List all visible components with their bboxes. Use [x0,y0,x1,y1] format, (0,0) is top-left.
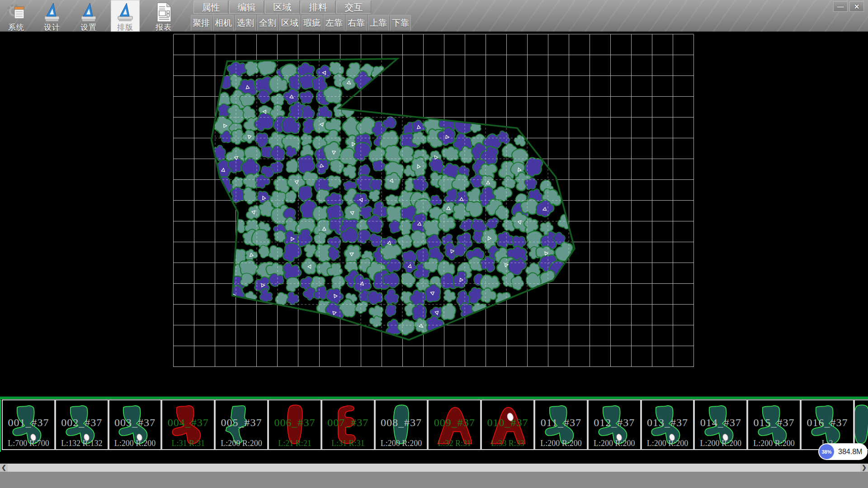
piece-label: 011_#37 [535,417,587,429]
application-window: 系统设计设置排版报表 属性编辑区域排料交互 聚排相机选割全割区域瑕疵左靠右靠上靠… [0,0,868,488]
mode-button-3[interactable]: 设置 [74,0,103,32]
window-bottom-bar [0,472,868,488]
scroll-left-arrow[interactable]: ❮ [0,464,8,472]
piece-shape [854,401,868,448]
report-doc-icon [149,1,178,23]
piece-lr-count: L:200 R:200 [109,439,161,448]
action-button-9[interactable]: 上靠 [368,15,389,31]
piece-lr-count: L:132 R:132 [56,439,108,448]
piece-label: 012_#37 [589,417,640,429]
piece-label: 014_#37 [695,417,746,429]
nesting-canvas-svg [0,32,868,397]
layout-ruler-icon [111,1,140,23]
piece-lr-count: L:200 R:200 [642,439,693,448]
system-gear-icon [2,1,31,23]
mode-button-label: 设计 [38,22,66,33]
piece-thumbnail-12[interactable]: 012_#37L:200 R:200 [588,399,641,450]
settings-ruler-icon [74,1,103,23]
mode-button-4[interactable]: 排版 [111,0,140,32]
menu-tab-2[interactable]: 编辑 [229,0,264,14]
action-button-1[interactable]: 聚排 [191,15,212,31]
action-button-5[interactable]: 区域 [279,15,300,31]
piece-thumbnail-1[interactable]: 001_#37L:700 R:700 [2,399,55,450]
piece-lr-count: L:200 R:200 [376,439,427,448]
piece-thumbnail-13[interactable]: 013_#37L:200 R:200 [641,399,694,450]
piece-label: 009_#37 [429,417,480,429]
horizontal-scrollbar[interactable]: ❮ ❯ [0,464,868,472]
menu-tab-4[interactable]: 排料 [301,0,335,14]
piece-thumbnail-17[interactable] [854,399,868,450]
mode-button-1[interactable]: 系统 [2,0,31,32]
piece-lr-count: L:200 R:200 [589,439,640,448]
piece-lr-count: L:700 R:700 [3,439,54,448]
action-button-8[interactable]: 右靠 [346,15,367,31]
piece-label: 008_#37 [376,417,427,429]
piece-thumbnail-4[interactable]: 004_#37L:31 R:31 [161,399,215,450]
action-button-4[interactable]: 全割 [257,15,278,31]
piece-label: 013_#37 [642,417,693,429]
piece-lr-count: L:31 R:31 [322,439,374,448]
strip-divider-line-2 [0,398,868,399]
piece-label: 006_#37 [269,417,321,429]
piece-thumbnail-6[interactable]: 006_#37L:21 R:21 [268,399,321,450]
design-ruler-icon [38,1,66,23]
piece-label: 015_#37 [748,417,800,429]
mode-button-label: 排版 [111,22,140,33]
piece-label: 016_#37 [802,417,853,429]
mode-button-label: 系统 [2,22,31,33]
piece-lr-count: L:21 R:21 [269,439,321,448]
piece-thumbnail-15[interactable]: 015_#37L:200 R:200 [747,399,801,450]
piece-label: 004_#37 [162,417,214,429]
mode-button-5[interactable]: 报表 [149,0,178,32]
action-button-3[interactable]: 选割 [235,15,256,31]
mode-button-label: 报表 [149,22,178,33]
piece-lr-count: L:32 R:31 [429,439,480,448]
piece-thumbnail-11[interactable]: 011_#37L:200 R:200 [534,399,588,450]
close-button[interactable]: ✕ [849,1,864,12]
menu-tab-3[interactable]: 区域 [265,0,300,14]
mode-button-label: 设置 [74,22,103,33]
piece-lr-count: L:200 R:200 [535,439,587,448]
piece-thumbnail-3[interactable]: 003_#37L:200 R:200 [108,399,162,450]
piece-thumbnail-14[interactable]: 014_#37L:200 R:200 [694,399,747,450]
piece-label: 002_#37 [56,417,108,429]
piece-thumbnail-2[interactable]: 002_#37L:132 R:132 [55,399,108,450]
piece-label: 010_#37 [482,417,533,429]
piece-thumbnail-5[interactable]: 005_#37L:200 R:200 [215,399,268,450]
piece-thumbnail-10[interactable]: 010_#37L:33 R:33 [481,399,534,450]
piece-lr-count: L:33 R:33 [482,439,533,448]
piece-lr-count: L:31 R:31 [162,439,214,448]
piece-thumbnail-9[interactable]: 009_#37L:32 R:31 [428,399,481,450]
mode-button-2[interactable]: 设计 [38,0,66,32]
memory-value: 384.8M [838,448,862,456]
menu-tab-5[interactable]: 交互 [336,0,371,14]
action-button-6[interactable]: 瑕疵 [302,15,322,31]
main-toolbar: 系统设计设置排版报表 属性编辑区域排料交互 聚排相机选割全割区域瑕疵左靠右靠上靠… [0,0,868,32]
progress-circle: 38% [819,444,834,459]
memory-status-badge: 38% 384.8M [818,443,868,460]
piece-label: 001_#37 [3,417,54,429]
piece-label: 005_#37 [216,417,267,429]
piece-lr-count: L:200 R:200 [216,439,267,448]
piece-thumbnail-16[interactable]: 016_#37L:2 [801,399,854,450]
piece-thumbnail-8[interactable]: 008_#37L:200 R:200 [375,399,428,450]
minimize-button[interactable]: — [833,1,848,12]
piece-lr-count: L:200 R:200 [695,439,746,448]
piece-lr-count: L:200 R:200 [748,439,800,448]
piece-thumbnail-7[interactable]: 007_#37L:31 R:31 [321,399,375,450]
action-button-10[interactable]: 下靠 [390,15,411,31]
piece-label: 007_#37 [322,417,374,429]
menu-tab-1[interactable]: 属性 [193,0,228,14]
action-button-2[interactable]: 相机 [213,15,234,31]
piece-thumbnail-strip: 001_#37L:700 R:700002_#37L:132 R:132003_… [0,399,868,452]
strip-divider-line-1 [0,397,868,398]
action-button-7[interactable]: 左靠 [324,15,344,31]
nesting-canvas[interactable] [0,32,868,397]
scroll-right-arrow[interactable]: ❯ [860,464,868,472]
piece-label: 003_#37 [109,417,161,429]
